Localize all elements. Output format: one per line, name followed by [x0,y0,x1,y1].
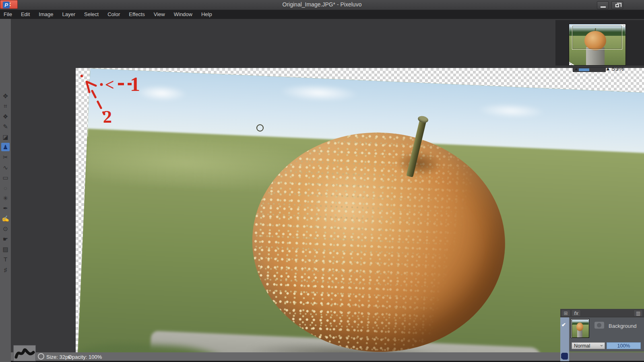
layer-thumbnail-image [572,320,589,337]
magic-wand-tool-icon[interactable]: ✳ [1,194,10,202]
menu-image[interactable]: Image [34,10,58,19]
layers-icon[interactable] [561,353,568,360]
menu-help[interactable]: Help [197,10,217,19]
brush-stroke-preview[interactable] [13,345,36,361]
restore-button[interactable] [611,1,623,9]
brush-size-label: Size: 32px [46,354,71,360]
move-tool-icon[interactable]: ✥ [1,92,10,100]
delete-layer-button[interactable]: ▥ [634,310,643,317]
menu-select[interactable]: Select [80,10,103,19]
zoom-level-label: 59% [612,65,624,72]
menu-view[interactable]: View [149,10,169,19]
layer-visibility-checkbox[interactable]: ✔ [561,322,566,328]
brush-squiggle-icon [14,346,35,361]
chevron-down-icon: ⌄ [599,341,604,348]
pencil-tool-icon[interactable]: ✎ [1,122,10,131]
zoom-out-icon[interactable]: ▲ [574,67,578,71]
layers-panel: ⊞ fx ▥ ✔ Background Normal ⌄ 100% [560,309,644,352]
brush-opacity-label: Opacity: 100% [68,354,102,360]
ellipse-select-tool-icon[interactable]: ◌ [1,184,10,192]
fill-tool-icon[interactable]: ☛ [1,235,10,243]
transparency-checkerboard [76,68,644,352]
rect-select-tool-icon[interactable]: ▭ [1,173,10,182]
tool-bar: ✥ ⌗ ❖ ✎ ◪ ♟ ✂ ∿ ▭ ◌ ✳ ✒ ✍ ⊙ ☛ ▨ T ♯ [0,19,11,362]
canvas-area[interactable]: 2 < 1 [11,19,644,352]
menu-effects[interactable]: Effects [124,10,149,19]
crop-tool-icon[interactable]: ⌗ [1,102,10,110]
path-tool-icon[interactable]: ♯ [1,265,10,274]
menu-window[interactable]: Window [169,10,197,19]
minimize-icon [601,6,606,8]
brush-cursor [256,124,264,132]
red-eye-tool-icon[interactable]: ⊙ [1,224,10,233]
menu-bar: File Edit Image Layer Select Color Effec… [0,10,644,19]
thumb-apple [576,323,583,331]
layers-side-strip: ✔ [560,317,569,352]
clone-stamp-tool-icon[interactable]: ♟ [1,143,10,151]
scissors-tool-icon[interactable]: ✂ [1,153,10,161]
window-title: Original_Image.JPG* - Pixeluvo [0,1,644,8]
layers-panel-corner [560,352,569,361]
eraser-tool-icon[interactable]: ◪ [1,133,10,141]
zoom-slider[interactable]: ▲ [573,67,606,72]
layer-thumbnail[interactable] [571,319,589,338]
layer-mask-icon[interactable] [594,322,604,329]
text-tool-icon[interactable]: T [1,255,10,263]
add-layer-button[interactable]: ⊞ [561,310,570,317]
status-texts: Size: 32px Opacity: 100% [46,354,102,360]
color-picker-tool-icon[interactable]: ✒ [1,204,10,212]
navigator-viewport-rect[interactable] [572,25,622,49]
navigator-thumbnail[interactable] [569,24,626,66]
brush-tip-icon[interactable] [38,353,44,360]
zoom-slider-fill [579,68,589,71]
blend-mode-select[interactable]: Normal ⌄ [572,342,605,349]
blend-mode-value: Normal [574,343,590,349]
layer-mask-circle [597,323,601,327]
healing-brush-tool-icon[interactable]: ❖ [1,112,10,121]
gradient-tool-icon[interactable]: ▨ [1,245,10,253]
status-bar: Size: 32px Opacity: 100% [0,352,644,362]
menu-file[interactable]: File [0,10,17,19]
navigator-panel [555,20,644,66]
layer-opacity-field[interactable]: 100% [607,342,641,349]
zoom-in-icon[interactable]: ▲ [605,66,611,72]
layers-panel-header: ⊞ fx ▥ [560,309,644,317]
minimize-button[interactable] [597,1,609,9]
brush-tool-icon[interactable]: ✍ [1,214,10,223]
title-bar: P Original_Image.JPG* - Pixeluvo ✕ [0,0,644,10]
menu-edit[interactable]: Edit [17,10,34,19]
layer-effects-button[interactable]: fx [572,310,581,317]
menu-color[interactable]: Color [103,10,124,19]
photo-layer [76,68,644,352]
menu-layer[interactable]: Layer [58,10,80,19]
lasso-tool-icon[interactable]: ∿ [1,163,10,172]
restore-icon [615,4,619,7]
layer-name[interactable]: Background [609,323,636,329]
